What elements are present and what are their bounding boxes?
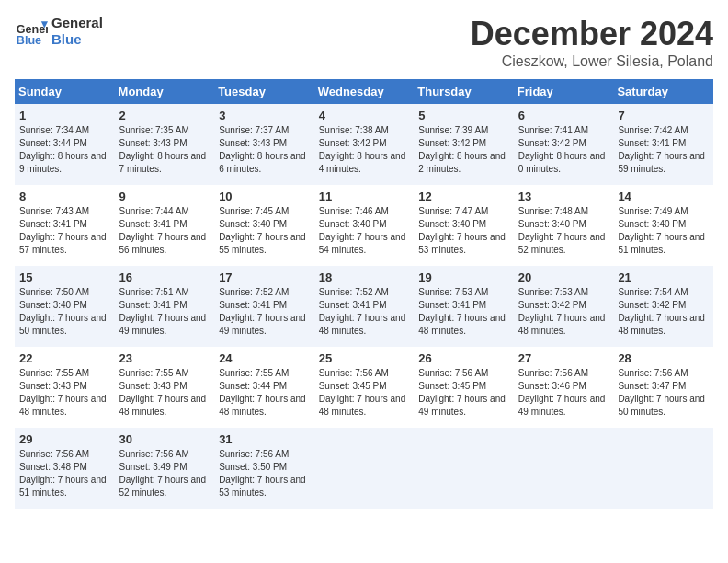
calendar-week-1: 1Sunrise: 7:34 AM Sunset: 3:44 PM Daylig…	[15, 104, 713, 185]
day-number: 28	[618, 351, 709, 365]
day-info: Sunrise: 7:48 AM Sunset: 3:40 PM Dayligh…	[518, 205, 609, 257]
day-number: 24	[219, 351, 310, 365]
day-info: Sunrise: 7:56 AM Sunset: 3:45 PM Dayligh…	[418, 367, 509, 419]
day-info: Sunrise: 7:45 AM Sunset: 3:40 PM Dayligh…	[219, 205, 310, 257]
calendar-table: SundayMondayTuesdayWednesdayThursdayFrid…	[15, 79, 713, 509]
weekday-header-tuesday: Tuesday	[214, 79, 314, 104]
day-info: Sunrise: 7:46 AM Sunset: 3:40 PM Dayligh…	[319, 205, 410, 257]
day-number: 30	[119, 432, 210, 446]
day-number: 25	[319, 351, 410, 365]
day-info: Sunrise: 7:56 AM Sunset: 3:45 PM Dayligh…	[319, 367, 410, 419]
weekday-header-sunday: Sunday	[15, 79, 115, 104]
calendar-cell: 6Sunrise: 7:41 AM Sunset: 3:42 PM Daylig…	[514, 104, 614, 185]
calendar-cell: 17Sunrise: 7:52 AM Sunset: 3:41 PM Dayli…	[214, 266, 314, 347]
day-info: Sunrise: 7:56 AM Sunset: 3:47 PM Dayligh…	[618, 367, 709, 419]
weekday-header-saturday: Saturday	[613, 79, 713, 104]
calendar-cell: 15Sunrise: 7:50 AM Sunset: 3:40 PM Dayli…	[15, 266, 115, 347]
location-title: Cieszkow, Lower Silesia, Poland	[471, 53, 713, 70]
month-title: December 2024	[471, 15, 713, 53]
day-info: Sunrise: 7:55 AM Sunset: 3:43 PM Dayligh…	[119, 367, 210, 419]
day-number: 12	[418, 190, 509, 203]
day-number: 5	[418, 109, 509, 122]
day-info: Sunrise: 7:52 AM Sunset: 3:41 PM Dayligh…	[319, 286, 410, 338]
day-number: 14	[618, 190, 709, 203]
calendar-cell: 18Sunrise: 7:52 AM Sunset: 3:41 PM Dayli…	[314, 266, 415, 347]
calendar-cell: 30Sunrise: 7:56 AM Sunset: 3:49 PM Dayli…	[115, 428, 215, 509]
weekday-header-monday: Monday	[115, 79, 215, 104]
calendar-cell: 10Sunrise: 7:45 AM Sunset: 3:40 PM Dayli…	[214, 185, 314, 266]
calendar-header: SundayMondayTuesdayWednesdayThursdayFrid…	[15, 79, 713, 104]
day-info: Sunrise: 7:56 AM Sunset: 3:49 PM Dayligh…	[119, 448, 210, 500]
day-number: 27	[518, 351, 609, 365]
calendar-cell: 14Sunrise: 7:49 AM Sunset: 3:40 PM Dayli…	[613, 185, 713, 266]
day-info: Sunrise: 7:39 AM Sunset: 3:42 PM Dayligh…	[418, 124, 509, 176]
calendar-week-2: 8Sunrise: 7:43 AM Sunset: 3:41 PM Daylig…	[15, 185, 713, 266]
calendar-cell: 25Sunrise: 7:56 AM Sunset: 3:45 PM Dayli…	[314, 347, 415, 428]
calendar-week-4: 22Sunrise: 7:55 AM Sunset: 3:43 PM Dayli…	[15, 347, 713, 428]
logo-general: General	[51, 15, 103, 31]
calendar-cell: 16Sunrise: 7:51 AM Sunset: 3:41 PM Dayli…	[115, 266, 215, 347]
calendar-cell: 31Sunrise: 7:56 AM Sunset: 3:50 PM Dayli…	[214, 428, 314, 509]
day-info: Sunrise: 7:44 AM Sunset: 3:41 PM Dayligh…	[119, 205, 210, 257]
day-info: Sunrise: 7:55 AM Sunset: 3:44 PM Dayligh…	[219, 367, 310, 419]
day-info: Sunrise: 7:42 AM Sunset: 3:41 PM Dayligh…	[618, 124, 709, 176]
weekday-header-thursday: Thursday	[414, 79, 514, 104]
day-info: Sunrise: 7:53 AM Sunset: 3:42 PM Dayligh…	[518, 286, 609, 338]
calendar-cell: 13Sunrise: 7:48 AM Sunset: 3:40 PM Dayli…	[514, 185, 614, 266]
calendar-cell	[414, 428, 514, 509]
day-number: 2	[119, 109, 210, 122]
calendar-cell: 5Sunrise: 7:39 AM Sunset: 3:42 PM Daylig…	[414, 104, 514, 185]
day-info: Sunrise: 7:43 AM Sunset: 3:41 PM Dayligh…	[19, 205, 110, 257]
day-number: 8	[19, 190, 110, 203]
calendar-cell: 27Sunrise: 7:56 AM Sunset: 3:46 PM Dayli…	[514, 347, 614, 428]
day-info: Sunrise: 7:38 AM Sunset: 3:42 PM Dayligh…	[319, 124, 410, 176]
day-number: 4	[319, 109, 410, 122]
day-number: 19	[418, 270, 509, 284]
day-number: 26	[418, 351, 509, 365]
day-info: Sunrise: 7:41 AM Sunset: 3:42 PM Dayligh…	[518, 124, 609, 176]
calendar-cell: 29Sunrise: 7:56 AM Sunset: 3:48 PM Dayli…	[15, 428, 115, 509]
calendar-week-5: 29Sunrise: 7:56 AM Sunset: 3:48 PM Dayli…	[15, 428, 713, 509]
day-number: 15	[19, 270, 110, 284]
day-info: Sunrise: 7:56 AM Sunset: 3:50 PM Dayligh…	[219, 448, 310, 500]
day-info: Sunrise: 7:56 AM Sunset: 3:48 PM Dayligh…	[19, 448, 110, 500]
day-number: 9	[119, 190, 210, 203]
day-info: Sunrise: 7:49 AM Sunset: 3:40 PM Dayligh…	[618, 205, 709, 257]
calendar-cell: 3Sunrise: 7:37 AM Sunset: 3:43 PM Daylig…	[214, 104, 314, 185]
day-number: 22	[19, 351, 110, 365]
day-number: 3	[219, 109, 310, 122]
day-info: Sunrise: 7:51 AM Sunset: 3:41 PM Dayligh…	[119, 286, 210, 338]
calendar-cell: 24Sunrise: 7:55 AM Sunset: 3:44 PM Dayli…	[214, 347, 314, 428]
day-info: Sunrise: 7:55 AM Sunset: 3:43 PM Dayligh…	[19, 367, 110, 419]
day-number: 10	[219, 190, 310, 203]
day-number: 18	[319, 270, 410, 284]
calendar-cell: 22Sunrise: 7:55 AM Sunset: 3:43 PM Dayli…	[15, 347, 115, 428]
day-number: 16	[119, 270, 210, 284]
day-number: 1	[19, 109, 110, 122]
logo: General Blue General Blue	[15, 15, 103, 48]
calendar-cell: 21Sunrise: 7:54 AM Sunset: 3:42 PM Dayli…	[613, 266, 713, 347]
day-number: 20	[518, 270, 609, 284]
day-info: Sunrise: 7:56 AM Sunset: 3:46 PM Dayligh…	[518, 367, 609, 419]
calendar-cell	[613, 428, 713, 509]
calendar-cell	[514, 428, 614, 509]
calendar-cell: 28Sunrise: 7:56 AM Sunset: 3:47 PM Dayli…	[613, 347, 713, 428]
day-number: 11	[319, 190, 410, 203]
calendar-cell: 26Sunrise: 7:56 AM Sunset: 3:45 PM Dayli…	[414, 347, 514, 428]
calendar-cell: 19Sunrise: 7:53 AM Sunset: 3:41 PM Dayli…	[414, 266, 514, 347]
day-info: Sunrise: 7:53 AM Sunset: 3:41 PM Dayligh…	[418, 286, 509, 338]
day-number: 17	[219, 270, 310, 284]
day-number: 21	[618, 270, 709, 284]
day-number: 31	[219, 432, 310, 446]
day-info: Sunrise: 7:54 AM Sunset: 3:42 PM Dayligh…	[618, 286, 709, 338]
calendar-cell: 8Sunrise: 7:43 AM Sunset: 3:41 PM Daylig…	[15, 185, 115, 266]
day-info: Sunrise: 7:47 AM Sunset: 3:40 PM Dayligh…	[418, 205, 509, 257]
calendar-cell: 20Sunrise: 7:53 AM Sunset: 3:42 PM Dayli…	[514, 266, 614, 347]
day-info: Sunrise: 7:34 AM Sunset: 3:44 PM Dayligh…	[19, 124, 110, 176]
day-number: 29	[19, 432, 110, 446]
calendar-cell: 7Sunrise: 7:42 AM Sunset: 3:41 PM Daylig…	[613, 104, 713, 185]
logo-blue: Blue	[51, 31, 103, 48]
calendar-cell: 12Sunrise: 7:47 AM Sunset: 3:40 PM Dayli…	[414, 185, 514, 266]
day-number: 13	[518, 190, 609, 203]
title-section: December 2024 Cieszkow, Lower Silesia, P…	[471, 15, 713, 70]
